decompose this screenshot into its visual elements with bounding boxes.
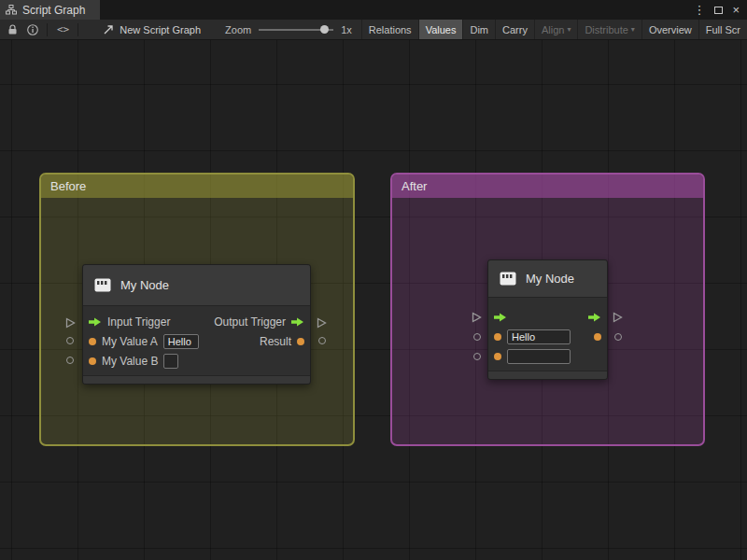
node-footer <box>83 375 310 384</box>
node-header[interactable]: My Node <box>83 265 310 306</box>
port-row-value-b <box>488 346 607 366</box>
value-input-port-icon[interactable] <box>494 333 501 341</box>
node-header[interactable]: My Node <box>488 260 607 298</box>
graph-name[interactable]: New Script Graph <box>120 24 201 35</box>
flow-input-port-icon[interactable] <box>89 317 102 327</box>
toolbar-separator <box>47 23 48 36</box>
tab-title: Script Graph <box>22 4 85 17</box>
zoom-slider-handle[interactable] <box>320 25 329 34</box>
distribute-button[interactable]: Distribute ▾ <box>577 20 641 39</box>
value-b-label: My Value B <box>102 355 158 368</box>
carry-button[interactable]: Carry <box>495 20 534 39</box>
value-input-port-icon[interactable] <box>89 357 96 365</box>
external-value-port-icon[interactable] <box>66 357 74 364</box>
info-icon[interactable] <box>27 24 38 35</box>
external-flow-port-icon[interactable] <box>472 310 482 327</box>
window-controls: ⋮ × <box>693 0 747 20</box>
node-body <box>488 298 607 366</box>
port-row-value-b: My Value B <box>83 351 310 371</box>
zoom-slider[interactable] <box>259 25 333 35</box>
external-value-port-icon[interactable] <box>473 353 481 360</box>
toolbar-buttons: Relations Values Dim Carry Align ▾ Distr… <box>361 20 747 39</box>
external-flow-port-icon[interactable] <box>613 310 623 327</box>
external-flow-port-icon[interactable] <box>65 315 76 332</box>
flow-output-port-icon[interactable] <box>588 313 601 322</box>
node-footer <box>488 371 607 379</box>
value-b-input[interactable] <box>507 349 571 364</box>
values-button[interactable]: Values <box>418 20 463 39</box>
node-my-node-before[interactable]: My Node Input Trigger Output Trigger <box>82 264 311 385</box>
node-icon <box>94 278 111 292</box>
maximize-icon[interactable] <box>714 7 723 14</box>
group-after-title: After <box>402 179 427 193</box>
group-after-header[interactable]: After <box>392 175 703 198</box>
chevron-down-icon: ▾ <box>631 25 635 34</box>
external-flow-port-icon[interactable] <box>317 315 327 332</box>
value-a-input[interactable] <box>163 334 199 349</box>
value-b-input[interactable] <box>163 354 178 369</box>
port-row-triggers <box>488 307 607 327</box>
port-row-value-a: My Value A Result <box>83 331 310 351</box>
chevron-down-icon: ▾ <box>567 25 571 34</box>
fullscreen-button[interactable]: Full Scr <box>698 20 747 39</box>
graph-pointer-icon <box>103 24 114 35</box>
graph-toolbar: <> New Script Graph Zoom 1x Relations Va… <box>0 20 747 40</box>
tab-bar: Script Graph ⋮ × <box>0 0 747 20</box>
flow-output-port-icon[interactable] <box>291 317 304 327</box>
value-a-label: My Value A <box>102 335 158 348</box>
code-icon[interactable]: <> <box>57 23 69 35</box>
graph-canvas[interactable]: Before After My Node <box>0 40 747 560</box>
script-graph-window: Script Graph ⋮ × <> <box>0 0 747 560</box>
lock-icon[interactable] <box>7 24 18 35</box>
external-value-port-icon[interactable] <box>318 337 326 344</box>
node-icon <box>500 272 516 286</box>
input-trigger-label: Input Trigger <box>107 315 170 329</box>
result-label: Result <box>260 335 291 348</box>
tab-script-graph[interactable]: Script Graph <box>0 0 100 20</box>
script-graph-icon <box>6 5 17 15</box>
close-icon[interactable]: × <box>732 3 740 17</box>
flow-input-port-icon[interactable] <box>494 313 507 322</box>
relations-button[interactable]: Relations <box>361 20 418 39</box>
node-my-node-after[interactable]: My Node <box>487 259 608 380</box>
value-input-port-icon[interactable] <box>494 353 501 360</box>
align-button[interactable]: Align ▾ <box>534 20 577 39</box>
external-value-port-icon[interactable] <box>614 333 622 341</box>
port-row-triggers: Input Trigger Output Trigger <box>83 312 310 331</box>
dim-button[interactable]: Dim <box>462 20 495 39</box>
value-output-port-icon[interactable] <box>594 333 601 341</box>
overview-button[interactable]: Overview <box>641 20 698 39</box>
toolbar-separator <box>78 23 78 36</box>
port-row-value-a <box>488 327 607 346</box>
value-output-port-icon[interactable] <box>297 338 304 345</box>
output-trigger-label: Output Trigger <box>214 315 286 329</box>
more-menu-icon[interactable]: ⋮ <box>693 3 705 17</box>
value-input-port-icon[interactable] <box>89 338 96 345</box>
group-before-title: Before <box>50 179 86 193</box>
zoom-label: Zoom <box>225 24 251 35</box>
external-value-port-icon[interactable] <box>473 333 481 341</box>
group-before-header[interactable]: Before <box>41 175 353 198</box>
node-body: Input Trigger Output Trigger <box>83 306 310 371</box>
zoom-value: 1x <box>341 24 352 35</box>
external-value-port-icon[interactable] <box>66 337 74 344</box>
node-title: My Node <box>120 278 169 292</box>
value-a-input[interactable] <box>507 329 571 344</box>
node-title: My Node <box>526 272 574 286</box>
